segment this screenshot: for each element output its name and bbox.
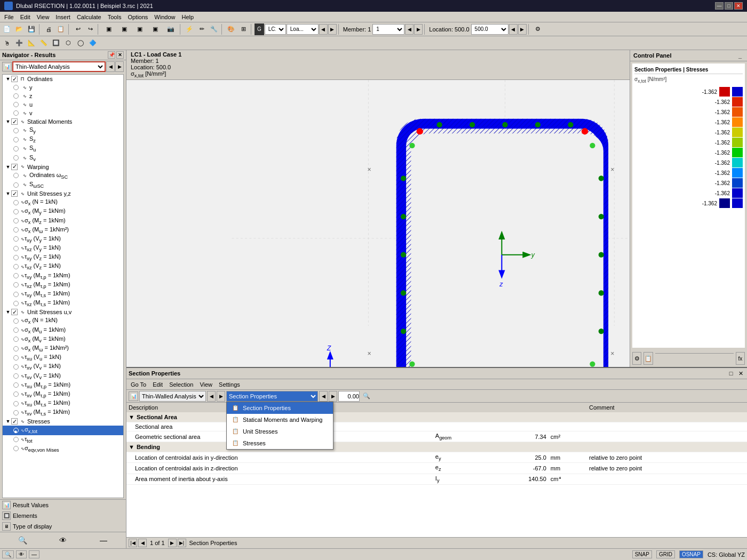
radio-tau-xz-mtp[interactable]	[13, 282, 19, 287]
tree-item-warping[interactable]: ▼ ✓ ∿ Warping	[3, 163, 123, 171]
page-first-button[interactable]: |◀	[129, 539, 137, 547]
radio-sy[interactable]	[13, 128, 19, 133]
tree-item-ordinates[interactable]: ▼ ✓ Π Ordinates	[3, 75, 123, 83]
radio-tau-xz-vy[interactable]	[13, 246, 19, 251]
member-prev-button[interactable]: ◀	[405, 24, 414, 35]
snap-button[interactable]: SNAP	[632, 550, 652, 558]
tree-item-sigma-mu[interactable]: ∿ σx (Mu = 1kNm)	[3, 326, 123, 335]
sp-analysis-dropdown[interactable]: Thin-Walled Analysis	[139, 391, 206, 402]
menu-insert[interactable]: Insert	[52, 12, 74, 22]
tb2-btn4[interactable]: 📏	[38, 37, 50, 49]
page-last-button[interactable]: ▶|	[178, 539, 186, 547]
nav-icon-btn3[interactable]: —	[98, 534, 109, 546]
tree-item-su[interactable]: ∿ Su	[3, 144, 123, 153]
lc-next-button[interactable]: ▶	[328, 24, 337, 35]
status-search-button[interactable]: 🔍	[2, 550, 14, 558]
tree-item-y[interactable]: ∿ y	[3, 83, 123, 92]
member-next-button[interactable]: ▶	[414, 24, 423, 35]
tree-item-sigma-n-uv[interactable]: ∿ σx (N = 1kN)	[3, 316, 123, 325]
dropdown-stresses[interactable]: 📋 Stresses	[227, 437, 333, 449]
navigator-tree[interactable]: ▼ ✓ Π Ordinates ∿ y ∿ z ∿ u	[2, 74, 124, 498]
render-btn[interactable]: 🎨	[225, 23, 237, 35]
nav-close-button[interactable]: ✕	[116, 51, 124, 59]
nav-next-button[interactable]: ▶	[115, 61, 124, 72]
dropdown-statical-moments[interactable]: 📋 Statical Moments and Warping	[227, 414, 333, 426]
menu-file[interactable]: File	[1, 12, 17, 22]
radio-sv[interactable]	[13, 155, 19, 161]
radio-y[interactable]	[13, 85, 19, 90]
tree-item-tau-xu-mts[interactable]: ∿ τxu (Mτ,s = 1kNm)	[3, 399, 123, 408]
nav-type-of-display[interactable]: 🖥 Type of display	[0, 521, 126, 532]
tree-item-sigma-mz[interactable]: ∿ σx (Mz = 1kNm)	[3, 217, 123, 226]
save-button[interactable]: 💾	[26, 23, 37, 35]
radio-tau-xy-vy[interactable]	[13, 236, 19, 242]
radio-tau-xy-vz[interactable]	[13, 255, 19, 260]
radio-z[interactable]	[13, 93, 19, 99]
lc-name-combo[interactable]: Loa...	[287, 24, 319, 35]
radio-sigma-mv[interactable]	[13, 337, 19, 342]
sp-menu-selection[interactable]: Selection	[166, 379, 196, 389]
radio-omega-sc[interactable]	[13, 173, 19, 178]
tree-item-sz[interactable]: ∿ Sz	[3, 135, 123, 144]
sp-menu-settings[interactable]: Settings	[216, 379, 243, 389]
maximize-button[interactable]: □	[725, 2, 733, 10]
sp-analysis-prev[interactable]: ◀	[207, 391, 216, 402]
tree-item-sv[interactable]: ∿ Sv	[3, 154, 123, 163]
menu-options[interactable]: Options	[124, 12, 151, 22]
menu-view[interactable]: View	[34, 12, 53, 22]
radio-tau-xv-mtp[interactable]	[13, 391, 19, 397]
view-btn3[interactable]: ▣	[132, 23, 147, 35]
status-view-button[interactable]: 👁	[16, 550, 27, 558]
tree-item-tau-xu-mtp[interactable]: ∿ τxu (Mτ,p = 1kNm)	[3, 381, 123, 390]
grid-btn[interactable]: ⊞	[237, 23, 249, 35]
new-button[interactable]: 📄	[1, 23, 13, 35]
tree-item-tau-xu-vu[interactable]: ∿ τxu (Vu = 1kN)	[3, 353, 123, 362]
menu-edit[interactable]: Edit	[17, 12, 34, 22]
tb2-btn3[interactable]: 📐	[26, 37, 37, 49]
tree-item-sigma-momega[interactable]: ∿ σx (Mω = 1kNm²)	[3, 226, 123, 235]
check-unit-uv[interactable]: ✓	[11, 309, 18, 315]
cp-formula-button[interactable]: fx	[736, 352, 745, 365]
settings-btn[interactable]: ⚙	[532, 23, 544, 35]
expand-unit-uv-icon[interactable]: ▼	[5, 309, 11, 315]
radio-s-omega-sc[interactable]	[13, 182, 19, 188]
radio-sigma-n-uv[interactable]	[13, 318, 19, 324]
nav-prev-button[interactable]: ◀	[106, 61, 115, 72]
sp-menu-view[interactable]: View	[196, 379, 216, 389]
radio-sigma-n[interactable]	[13, 200, 19, 205]
view-btn1[interactable]: ▣	[101, 23, 116, 35]
sp-view-prev[interactable]: ◀	[319, 391, 328, 402]
print-preview-button[interactable]: 📋	[55, 23, 67, 35]
radio-v[interactable]	[13, 110, 19, 116]
tree-item-tau-xy-mts[interactable]: ∿ τxy (Mτ,s = 1kNm)	[3, 290, 123, 299]
close-button[interactable]: ✕	[734, 2, 743, 10]
nav-result-values[interactable]: 📊 Result Values	[0, 500, 126, 510]
check-stresses[interactable]: ✓	[11, 418, 18, 425]
radio-sigma-momega[interactable]	[13, 227, 19, 233]
menu-help[interactable]: Help	[178, 12, 197, 22]
tree-item-unit-stress-yz[interactable]: ▼ ✓ ∿ Unit Stresses y,z	[3, 189, 123, 198]
radio-tau-xv-vv2[interactable]	[13, 373, 19, 379]
menu-tools[interactable]: Tools	[105, 12, 125, 22]
tree-item-tau-tot[interactable]: ∿ τtot	[3, 435, 123, 444]
dropdown-unit-stresses[interactable]: 📋 Unit Stresses	[227, 426, 333, 437]
undo-button[interactable]: ↩	[72, 23, 84, 35]
location-prev-button[interactable]: ◀	[509, 24, 518, 35]
tree-item-sigma-mv[interactable]: ∿ σx (Mv = 1kNm)	[3, 335, 123, 344]
tool-btn1[interactable]: ⚡	[184, 23, 195, 35]
tb2-btn6[interactable]: ⬡	[62, 37, 74, 49]
status-line-button[interactable]: —	[29, 550, 39, 558]
radio-tau-xy-mtp[interactable]	[13, 273, 19, 278]
tree-item-sigma-x-tot[interactable]: ●∿ σx,tot	[3, 426, 123, 435]
cp-view-button[interactable]: 📋	[643, 352, 653, 365]
minimize-button[interactable]: —	[715, 2, 724, 10]
tree-item-unit-stress-uv[interactable]: ▼ ✓ ∿ Unit Stresses u,v	[3, 308, 123, 316]
cp-collapse-button[interactable]: _	[736, 52, 744, 59]
tree-item-z[interactable]: ∿ z	[3, 92, 123, 100]
expand-sectional-area-icon[interactable]: ▼	[129, 414, 134, 420]
expand-bending-icon[interactable]: ▼	[129, 444, 134, 450]
view-btn4[interactable]: ▣	[148, 23, 163, 35]
radio-sigma-eqv[interactable]	[13, 446, 19, 451]
tree-item-sigma-momega-uv[interactable]: ∿ σx (Mω = 1kNm²)	[3, 344, 123, 353]
tb2-btn7[interactable]: ◯	[75, 37, 86, 49]
